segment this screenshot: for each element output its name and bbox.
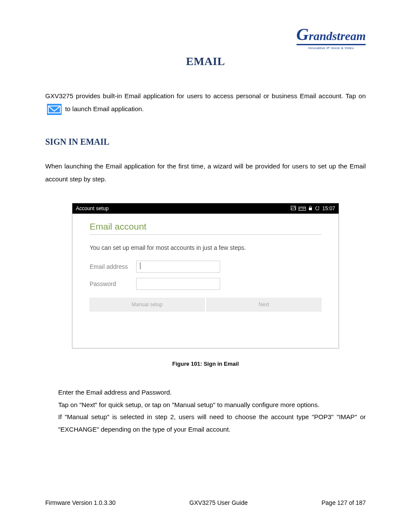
intro-text-2: to launch Email application. bbox=[65, 105, 144, 112]
brand-tagline: Innovative IP Voice & Video bbox=[296, 46, 366, 50]
email-app-icon bbox=[47, 104, 62, 115]
figure-caption: Figure 101: Sign in Email bbox=[45, 361, 366, 367]
footer-right: Page 127 of 187 bbox=[321, 499, 366, 506]
svg-rect-2 bbox=[309, 208, 312, 210]
instruction-line-2: Tap on "Next" for quick setup, or tap on… bbox=[45, 399, 366, 411]
screenshot-bar-title: Account setup bbox=[76, 205, 291, 212]
section-body: When launching the Email application for… bbox=[45, 160, 366, 186]
section-heading: SIGN IN EMAIL bbox=[45, 137, 366, 147]
password-label: Password bbox=[90, 280, 136, 287]
embedded-screenshot: Account setup FTP 15:07 Email account Yo… bbox=[72, 203, 339, 348]
intro-text-1: GXV3275 provides built-in Email applicat… bbox=[45, 92, 366, 100]
brand-logo: Grandstream Innovative IP Voice & Video bbox=[45, 26, 366, 51]
footer-left: Firmware Version 1.0.3.30 bbox=[45, 499, 115, 506]
ftp-icon: FTP bbox=[299, 207, 306, 211]
lock-icon bbox=[308, 206, 312, 212]
instruction-line-3: If "Manual setup" is selected in step 2,… bbox=[45, 411, 366, 436]
page-footer: Firmware Version 1.0.3.30 GXV3275 User G… bbox=[45, 499, 366, 506]
picture-icon bbox=[291, 206, 296, 211]
sync-icon bbox=[315, 206, 320, 212]
instruction-line-1: Enter the Email address and Password. bbox=[45, 386, 366, 399]
password-field[interactable] bbox=[136, 278, 220, 290]
screenshot-statusbar: Account setup FTP 15:07 bbox=[72, 203, 339, 214]
page-title: EMAIL bbox=[45, 55, 366, 68]
svg-rect-0 bbox=[47, 104, 62, 115]
next-button[interactable]: Next bbox=[206, 298, 321, 311]
screenshot-heading: Email account bbox=[90, 221, 321, 235]
intro-paragraph: GXV3275 provides built-in Email applicat… bbox=[45, 90, 366, 115]
screenshot-desc: You can set up email for most accounts i… bbox=[90, 244, 321, 251]
manual-setup-button[interactable]: Manual setup bbox=[90, 298, 205, 311]
footer-center: GXV3275 User Guide bbox=[190, 499, 248, 506]
screenshot-bar-time: 15:07 bbox=[322, 205, 335, 212]
email-label: Email address bbox=[90, 263, 136, 270]
email-field[interactable] bbox=[136, 261, 220, 273]
